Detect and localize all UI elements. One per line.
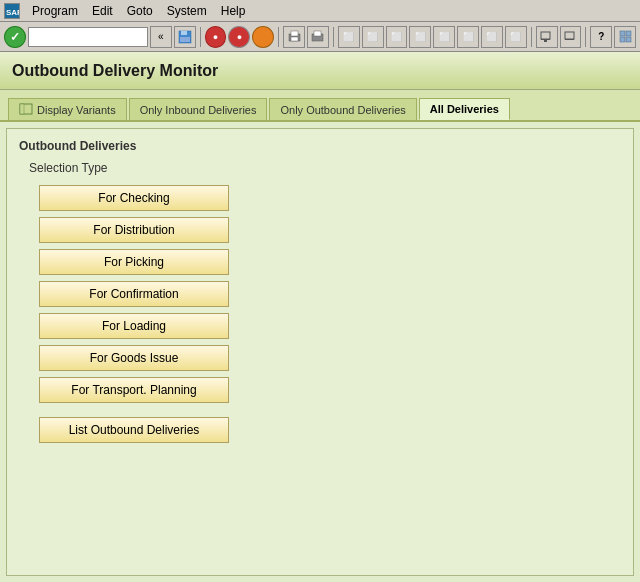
tool-btn-4[interactable]: ⬜ <box>409 26 431 48</box>
page-title: Outbound Delivery Monitor <box>12 62 218 80</box>
svg-text:SAP: SAP <box>6 8 19 17</box>
for-goods-issue-button[interactable]: For Goods Issue <box>39 345 229 371</box>
svg-rect-18 <box>626 37 631 42</box>
for-transport-planning-button[interactable]: For Transport. Planning <box>39 377 229 403</box>
search-button[interactable]: ● <box>228 26 250 48</box>
toolbar-sep-2 <box>278 27 279 47</box>
menu-goto[interactable]: Goto <box>121 2 159 20</box>
svg-rect-7 <box>291 37 298 41</box>
for-loading-button[interactable]: For Loading <box>39 313 229 339</box>
nav-prev-button[interactable]: « <box>150 26 172 48</box>
toolbar-sep-4 <box>531 27 532 47</box>
svg-rect-3 <box>181 31 187 35</box>
tab-display-variants[interactable]: Display Variants <box>8 98 127 120</box>
for-checking-button[interactable]: For Checking <box>39 185 229 211</box>
tool-btn-5[interactable]: ⬜ <box>433 26 455 48</box>
svg-rect-16 <box>626 31 631 36</box>
menu-help[interactable]: Help <box>215 2 252 20</box>
monitor-btn-2[interactable] <box>560 26 582 48</box>
display-variants-icon <box>19 102 33 118</box>
svg-rect-6 <box>291 31 298 36</box>
selection-type-label: Selection Type <box>29 161 621 175</box>
tab-only-outbound-label: Only Outbound Deliveries <box>280 104 405 116</box>
for-picking-button[interactable]: For Picking <box>39 249 229 275</box>
tab-only-outbound[interactable]: Only Outbound Deliveries <box>269 98 416 120</box>
tab-only-inbound[interactable]: Only Inbound Deliveries <box>129 98 268 120</box>
tab-only-inbound-label: Only Inbound Deliveries <box>140 104 257 116</box>
svg-rect-14 <box>565 39 574 40</box>
print2-button[interactable] <box>307 26 329 48</box>
svg-rect-20 <box>20 104 24 114</box>
toolbar: ✓ « ● ● ⬜ ⬜ ⬜ ⬜ ⬜ ⬜ ⬜ ⬜ <box>0 22 640 52</box>
save-button[interactable] <box>174 26 196 48</box>
tool-btn-7[interactable]: ⬜ <box>481 26 503 48</box>
svg-rect-11 <box>541 39 550 40</box>
section-title: Outbound Deliveries <box>19 137 621 155</box>
tool-btn-8[interactable]: ⬜ <box>505 26 527 48</box>
settings-button[interactable] <box>614 26 636 48</box>
tab-bar: Display Variants Only Inbound Deliveries… <box>0 90 640 122</box>
main-area: Outbound Deliveries Selection Type For C… <box>0 122 640 582</box>
menu-edit[interactable]: Edit <box>86 2 119 20</box>
tool-btn-6[interactable]: ⬜ <box>457 26 479 48</box>
svg-rect-13 <box>565 32 574 39</box>
svg-rect-10 <box>541 32 550 39</box>
menu-program[interactable]: Program <box>26 2 84 20</box>
toolbar-sep-5 <box>585 27 586 47</box>
tool-btn-3[interactable]: ⬜ <box>386 26 408 48</box>
tab-all-deliveries[interactable]: All Deliveries <box>419 98 510 120</box>
confirm-button[interactable]: ✓ <box>4 26 26 48</box>
svg-rect-4 <box>180 37 190 42</box>
stop-button[interactable]: ● <box>205 26 227 48</box>
help-button[interactable]: ? <box>590 26 612 48</box>
print-button[interactable] <box>283 26 305 48</box>
toolbar-sep-3 <box>333 27 334 47</box>
page-header: Outbound Delivery Monitor <box>0 52 640 90</box>
tool-btn-2[interactable]: ⬜ <box>362 26 384 48</box>
svg-rect-15 <box>620 31 625 36</box>
sap-logo-icon: SAP <box>4 3 20 19</box>
outbound-box: Outbound Deliveries Selection Type For C… <box>6 128 634 576</box>
tool-btn-1[interactable]: ⬜ <box>338 26 360 48</box>
orange-button[interactable] <box>252 26 274 48</box>
svg-rect-9 <box>314 31 321 36</box>
monitor-btn-1[interactable] <box>536 26 558 48</box>
tab-all-deliveries-label: All Deliveries <box>430 103 499 115</box>
svg-rect-12 <box>544 40 547 42</box>
svg-rect-17 <box>620 37 625 42</box>
list-outbound-deliveries-button[interactable]: List Outbound Deliveries <box>39 417 229 443</box>
for-confirmation-button[interactable]: For Confirmation <box>39 281 229 307</box>
toolbar-sep-1 <box>200 27 201 47</box>
selection-buttons: For Checking For Distribution For Pickin… <box>39 185 621 443</box>
menu-bar: SAP Program Edit Goto System Help <box>0 0 640 22</box>
command-input[interactable] <box>28 27 148 47</box>
tab-display-variants-label: Display Variants <box>37 104 116 116</box>
menu-system[interactable]: System <box>161 2 213 20</box>
for-distribution-button[interactable]: For Distribution <box>39 217 229 243</box>
